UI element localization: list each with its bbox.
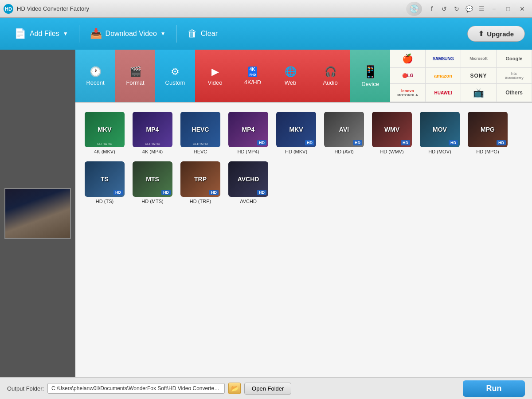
brand-lg[interactable]: 🔴LG <box>390 68 426 84</box>
format-item-mts[interactable]: MTS HD HD (MTS) <box>130 160 175 206</box>
device-label: Device <box>361 81 379 87</box>
tab-audio[interactable]: 🎧 Audio <box>310 50 350 102</box>
tab-video[interactable]: ▶ Video <box>195 50 235 102</box>
add-files-button[interactable]: 📄 Add Files ▼ <box>7 23 75 45</box>
tab-format[interactable]: 🎬 Format <box>115 50 155 102</box>
format-item-hdmpg[interactable]: MPG HD HD (MPG) <box>466 110 510 156</box>
format-item-hdmkv[interactable]: MKV HD HD (MKV) <box>274 110 318 156</box>
format-item-4kmkv[interactable]: MKV ULTRA HD 4K (MKV) <box>82 110 127 156</box>
brand-htc-blackberry[interactable]: htc BlackBerry <box>497 68 532 84</box>
category-tabs: 🕐 Recent 🎬 Format ⚙ Custom ▶ Video 4KFHD… <box>75 50 532 103</box>
brand-tv[interactable]: 📺 <box>461 84 497 102</box>
upgrade-arrow-icon: ⬆ <box>478 30 484 38</box>
brand-apple[interactable]: 🍎 <box>390 50 426 68</box>
minimize-button[interactable]: − <box>488 4 500 14</box>
format-item-ts[interactable]: TS HD HD (TS) <box>82 160 127 206</box>
tab-web[interactable]: 🌐 Web <box>270 50 310 102</box>
tab-4khd[interactable]: 4KFHD 4K/HD <box>235 50 270 102</box>
format-label-hdmpg: HD (MPG) <box>476 149 499 154</box>
chat-icon[interactable]: 💬 <box>463 4 475 14</box>
format-label-trp: HD (TRP) <box>190 199 211 204</box>
facebook-icon[interactable]: f <box>426 4 438 14</box>
format-label-hevc: HEVC <box>194 149 207 154</box>
brand-lenovo-motorola[interactable]: lenovo MOTOROLA <box>390 84 426 102</box>
format-label-mts: HD (MTS) <box>141 199 164 204</box>
browse-folder-button[interactable]: 📂 <box>228 383 241 394</box>
web-label: Web <box>285 79 297 86</box>
format-item-hdwmv[interactable]: WMV HD HD (WMV) <box>370 110 414 156</box>
format-thumb-avchd: AVCHD HD <box>228 161 268 197</box>
brand-google[interactable]: Google <box>497 50 532 68</box>
format-item-trp[interactable]: TRP HD HD (TRP) <box>178 160 223 206</box>
format-thumb-hdwmv: WMV HD <box>372 112 412 147</box>
format-thumb-4kmkv: MKV ULTRA HD <box>85 112 125 147</box>
toolbar-sep-1 <box>79 25 79 43</box>
format-thumb-hdmov: MOV HD <box>420 112 460 147</box>
format-label-hdmov: HD (MOV) <box>428 149 451 154</box>
close-button[interactable]: ✕ <box>516 4 528 14</box>
brand-sony[interactable]: SONY <box>461 68 497 84</box>
format-item-hdmp4[interactable]: MP4 HD HD (MP4) <box>226 110 270 156</box>
title-bar: HD HD Video Converter Factory 💿 f ↺ ↻ 💬 … <box>0 0 532 18</box>
clear-icon: 🗑 <box>188 28 197 39</box>
brand-samsung[interactable]: SAMSUNG <box>426 50 461 68</box>
format-item-hdavi[interactable]: AVI HD HD (AVI) <box>322 110 366 156</box>
add-files-arrow: ▼ <box>63 31 68 37</box>
device-icon: 📱 <box>363 64 378 79</box>
thumbnail-image <box>5 189 70 238</box>
app-icon: HD <box>4 4 13 14</box>
settings-icon[interactable]: ☰ <box>475 4 488 14</box>
video-label: Video <box>207 79 222 86</box>
brand-amazon[interactable]: amazon <box>426 68 461 84</box>
tab-custom[interactable]: ⚙ Custom <box>155 50 195 102</box>
format-thumb-hdavi: AVI HD <box>324 112 364 147</box>
format-thumb-hdmpg: MPG HD <box>468 112 508 147</box>
upgrade-label: Upgrade <box>487 30 514 38</box>
brand-others[interactable]: Others <box>497 84 532 102</box>
upgrade-button[interactable]: ⬆ Upgrade <box>467 26 525 42</box>
download-video-button[interactable]: 📥 Download Video ▼ <box>83 23 173 45</box>
output-label: Output Folder: <box>7 385 44 392</box>
app-title: HD Video Converter Factory <box>17 5 406 12</box>
add-files-label: Add Files <box>30 30 59 38</box>
run-button[interactable]: Run <box>463 380 525 397</box>
download-video-arrow: ▼ <box>160 31 166 37</box>
clear-button[interactable]: 🗑 Clear <box>180 23 225 45</box>
output-path: C:\Users\phelanw0ll\Documents\WonderFox … <box>47 383 225 394</box>
open-folder-button[interactable]: Open Folder <box>244 383 291 395</box>
video-icon: ▶ <box>211 66 219 78</box>
format-label-ts: HD (TS) <box>96 199 113 204</box>
download-video-label: Download Video <box>106 30 157 38</box>
format-item-hevc[interactable]: HEVC ULTRA HD HEVC <box>178 110 223 156</box>
left-panel <box>0 50 75 377</box>
brand-tabs: 🍎 SAMSUNG Microsoft Google 🔴LG amazon SO… <box>390 50 532 102</box>
format-icon: 🎬 <box>129 66 141 78</box>
format-thumb-hdmkv: MKV HD <box>276 112 316 147</box>
format-item-hdmov[interactable]: MOV HD HD (MOV) <box>418 110 462 156</box>
download-video-icon: 📥 <box>90 28 102 39</box>
recent-icon: 🕐 <box>90 66 102 78</box>
tab-recent[interactable]: 🕐 Recent <box>75 50 115 102</box>
tab-device[interactable]: 📱 Device <box>350 50 390 102</box>
format-grid: MKV ULTRA HD 4K (MKV) MP4 ULTRA HD 4K (M… <box>75 103 532 377</box>
brand-microsoft[interactable]: Microsoft <box>461 50 497 68</box>
recent-label: Recent <box>86 79 104 86</box>
disc-icon[interactable]: 💿 <box>406 2 422 16</box>
format-item-avchd[interactable]: AVCHD HD AVCHD <box>226 160 270 206</box>
custom-icon: ⚙ <box>171 66 180 78</box>
redo-icon[interactable]: ↻ <box>450 4 463 14</box>
maximize-button[interactable]: □ <box>502 4 514 14</box>
undo-icon[interactable]: ↺ <box>438 4 450 14</box>
4khd-badge: 4KFHD <box>248 66 257 77</box>
format-thumb-trp: TRP HD <box>180 161 220 197</box>
audio-label: Audio <box>323 79 337 86</box>
main-area: 🕐 Recent 🎬 Format ⚙ Custom ▶ Video 4KFHD… <box>0 50 532 377</box>
video-thumbnail <box>4 188 71 239</box>
audio-icon: 🎧 <box>325 66 336 78</box>
add-files-icon: 📄 <box>14 28 26 39</box>
format-item-4kmp4[interactable]: MP4 ULTRA HD 4K (MP4) <box>130 110 175 156</box>
brand-huawei[interactable]: HUAWEI <box>426 84 461 102</box>
custom-label: Custom <box>165 79 185 86</box>
toolbar: 📄 Add Files ▼ 📥 Download Video ▼ 🗑 Clear… <box>0 18 532 50</box>
format-label-hdavi: HD (AVI) <box>334 149 353 154</box>
